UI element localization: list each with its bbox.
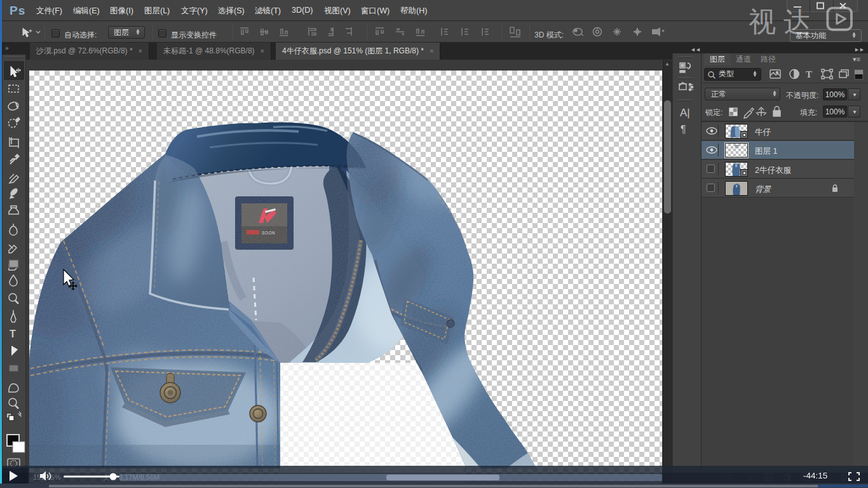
svg-text:T: T xyxy=(806,69,812,79)
svg-text:T: T xyxy=(10,329,16,339)
svg-text:A|: A| xyxy=(680,107,690,119)
svg-text:¶: ¶ xyxy=(681,124,686,135)
